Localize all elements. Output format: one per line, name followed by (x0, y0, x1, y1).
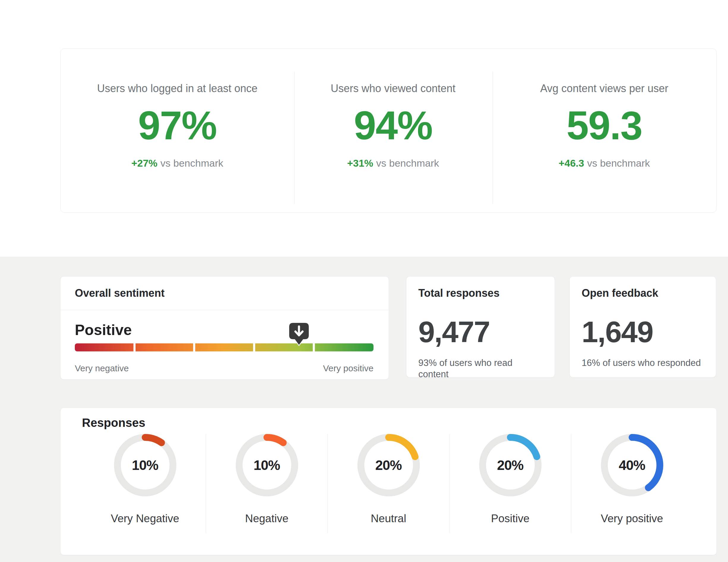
metric-benchmark-row: +27%vs benchmark (131, 157, 223, 169)
donut-percent: 20% (357, 434, 420, 496)
metric-value: 97% (138, 103, 216, 148)
sentiment-scale-labels: Very negative Very positive (75, 363, 374, 373)
bar-segment-gap (313, 344, 315, 352)
donut-chart: 10% (236, 434, 298, 496)
bar-segment-gap (193, 344, 195, 352)
sentiment-card-title: Overall sentiment (75, 287, 374, 300)
bar-segment-gap (134, 344, 136, 352)
metric-title: Avg content views per user (540, 82, 668, 95)
sentiment-card-header: Overall sentiment (61, 276, 389, 310)
metric-delta-suffix: vs benchmark (587, 157, 650, 169)
sentiment-value-label: Positive (75, 322, 374, 339)
metric-delta: +27% (131, 157, 157, 169)
summary-card-caption: 93% of users who read content (418, 357, 543, 380)
scale-max-label: Very positive (323, 363, 374, 373)
donut-very-negative: 10% Very Negative (84, 434, 206, 533)
donut-label: Very positive (601, 512, 663, 525)
sentiment-gradient-bar (75, 344, 374, 352)
donut-label: Positive (491, 512, 530, 525)
scale-min-label: Very negative (75, 363, 129, 373)
responses-donut-row: 10% Very Negative 10% Negative (84, 434, 693, 533)
metric-divider (294, 72, 295, 204)
donut-chart: 20% (357, 434, 420, 496)
donut-label: Neutral (371, 512, 406, 525)
summary-card-caption: 16% of users who responded (582, 357, 704, 369)
metric-viewed-content: Users who viewed content 94% +31%vs benc… (294, 49, 492, 212)
donut-percent: 20% (479, 434, 542, 496)
metric-delta-suffix: vs benchmark (160, 157, 223, 169)
summary-card-title: Total responses (418, 287, 543, 300)
engagement-dashboard: Users who logged in at least once 97% +2… (0, 0, 728, 562)
metric-delta-suffix: vs benchmark (376, 157, 439, 169)
donut-neutral: 20% Neutral (328, 434, 450, 533)
donut-negative: 10% Negative (206, 434, 328, 533)
metric-avg-views: Avg content views per user 59.3 +46.3vs … (492, 49, 717, 212)
donut-percent: 10% (114, 434, 176, 496)
summary-card-value: 9,477 (418, 315, 543, 349)
metric-delta: +31% (347, 157, 373, 169)
open-feedback-card: Open feedback 1,649 16% of users who res… (569, 276, 716, 378)
metric-delta: +46.3 (558, 157, 584, 169)
metric-title: Users who logged in at least once (97, 82, 257, 95)
metric-logged-in: Users who logged in at least once 97% +2… (61, 49, 294, 212)
overall-sentiment-card: Overall sentiment Positive Very negative… (60, 276, 389, 380)
sentiment-gauge (75, 344, 374, 352)
donut-percent: 40% (601, 434, 663, 496)
metric-benchmark-row: +46.3vs benchmark (558, 157, 650, 169)
responses-card: Responses 10% Very Negative (60, 408, 717, 555)
sentiment-card-body: Positive Very negative Very positive (61, 322, 389, 373)
metric-title: Users who viewed content (331, 82, 455, 95)
down-arrow-icon (288, 322, 310, 348)
metric-divider (493, 72, 493, 204)
donut-percent: 10% (236, 434, 298, 496)
donut-very-positive: 40% Very positive (571, 434, 693, 533)
metric-value: 59.3 (566, 103, 642, 148)
bar-segment-gap (253, 344, 255, 352)
summary-card-value: 1,649 (582, 315, 704, 349)
total-responses-card: Total responses 9,477 93% of users who r… (406, 276, 555, 378)
donut-label: Negative (245, 512, 288, 525)
donut-positive: 20% Positive (450, 434, 571, 533)
summary-card-title: Open feedback (582, 287, 704, 300)
metric-benchmark-row: +31%vs benchmark (347, 157, 439, 169)
donut-chart: 20% (479, 434, 542, 496)
donut-chart: 40% (601, 434, 663, 496)
metric-value: 94% (354, 103, 432, 148)
top-metrics-card: Users who logged in at least once 97% +2… (60, 48, 717, 213)
donut-chart: 10% (114, 434, 176, 496)
responses-title: Responses (61, 416, 716, 430)
donut-label: Very Negative (111, 512, 179, 525)
